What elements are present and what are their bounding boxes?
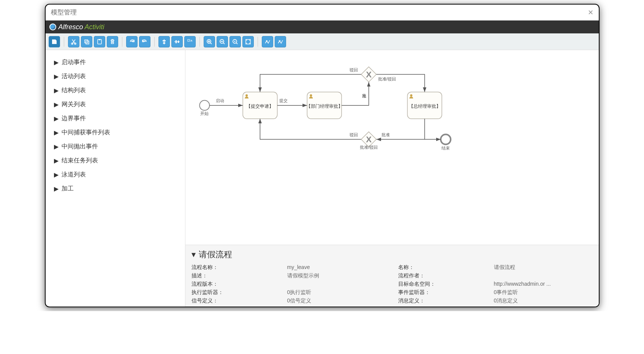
remove-bendpoint-button[interactable] [275, 36, 286, 47]
prop-value[interactable]: 0消息定义 [494, 297, 593, 304]
main-area: ▶启动事件 ▶活动列表 ▶结构列表 ▶网关列表 ▶边界事件 ▶中间捕获事件列表 … [46, 50, 599, 307]
svg-rect-8 [176, 40, 177, 43]
canvas-wrap: 开始 【提交申请】 【部门经理审批】 X 批准/驳回 [185, 50, 599, 307]
palette-group-intermediate-catching[interactable]: ▶中间捕获事件列表 [54, 126, 177, 140]
palette-group-start-events[interactable]: ▶启动事件 [54, 55, 177, 69]
properties-panel: ▾ 请假流程 流程名称： my_leave 名称： 请假流程 描述： 请假模型示… [185, 245, 599, 307]
palette-label: 活动列表 [62, 72, 86, 80]
prop-value[interactable]: my_leave [287, 264, 394, 271]
task-submit-label: 【提交申请】 [246, 104, 274, 109]
chevron-right-icon: ▶ [54, 101, 59, 108]
window-title: 模型管理 [51, 8, 77, 17]
prop-value[interactable] [287, 281, 394, 288]
separator [154, 37, 155, 47]
zoom-actual-button[interactable] [229, 36, 241, 47]
chevron-right-icon: ▶ [54, 87, 59, 94]
prop-value[interactable]: 请假流程 [494, 264, 593, 271]
properties-header[interactable]: ▾ 请假流程 [191, 249, 593, 260]
flow-gw2-reject[interactable] [260, 119, 361, 139]
undo-button[interactable] [139, 36, 150, 47]
redo-button[interactable] [126, 36, 138, 47]
align-horizontal-button[interactable] [171, 36, 183, 47]
prop-label: 描述： [191, 272, 283, 279]
cut-button[interactable] [68, 36, 79, 47]
paste-button[interactable] [94, 36, 105, 47]
palette: ▶启动事件 ▶活动列表 ▶结构列表 ▶网关列表 ▶边界事件 ▶中间捕获事件列表 … [46, 50, 185, 307]
svg-rect-10 [188, 39, 190, 41]
prop-label: 目标命名空间： [398, 281, 489, 288]
chevron-right-icon: ▶ [54, 185, 59, 192]
flow-label-submit: 提交 [279, 98, 287, 103]
chevron-right-icon: ▶ [54, 59, 59, 66]
chevron-right-icon: ▶ [54, 143, 59, 150]
prop-label: 信号定义： [191, 297, 283, 304]
palette-label: 结束任务列表 [62, 157, 98, 165]
app-window: 模型管理 ✕ Alfresco Activiti ▶启动事件 ▶活动列表 [45, 4, 600, 307]
flow-gw1-reject[interactable] [260, 74, 361, 92]
chevron-right-icon: ▶ [54, 73, 59, 80]
chevron-right-icon: ▶ [54, 157, 59, 164]
save-button[interactable] [49, 36, 60, 47]
prop-value[interactable]: 0信号定义 [287, 297, 394, 304]
palette-group-intermediate-throwing[interactable]: ▶中间抛出事件 [54, 140, 177, 154]
prop-value[interactable]: http://wwwzhadmin.or ... [494, 281, 593, 288]
separator [64, 37, 64, 47]
prop-value[interactable] [494, 272, 593, 279]
palette-group-boundary-events[interactable]: ▶边界事件 [54, 112, 177, 126]
svg-rect-2 [85, 40, 88, 43]
start-event[interactable] [199, 101, 209, 110]
separator [199, 37, 200, 47]
end-event[interactable] [440, 134, 450, 144]
palette-group-gateways[interactable]: ▶网关列表 [54, 98, 177, 112]
palette-group-artifacts[interactable]: ▶加工 [54, 182, 177, 196]
flow-label-gw2-reject: 驳回 [350, 132, 358, 137]
svg-rect-5 [99, 39, 100, 40]
prop-value[interactable]: 0执行监听 [287, 289, 394, 296]
palette-group-activities[interactable]: ▶活动列表 [54, 69, 177, 83]
gateway1-label: 批准/驳回 [378, 77, 396, 81]
copy-button[interactable] [81, 36, 92, 47]
prop-label: 事件监听器： [398, 289, 489, 296]
prop-label: 流程作者： [398, 272, 489, 279]
titlebar: 模型管理 ✕ [46, 5, 599, 20]
prop-label: 消息定义： [398, 297, 489, 304]
svg-text:X: X [366, 135, 372, 144]
prop-label: 名称： [398, 264, 489, 271]
align-vertical-button[interactable] [158, 36, 170, 47]
diagram-canvas[interactable]: 开始 【提交申请】 【部门经理审批】 X 批准/驳回 [185, 50, 599, 245]
svg-rect-6 [163, 40, 166, 41]
same-size-button[interactable] [184, 36, 196, 47]
palette-group-structural[interactable]: ▶结构列表 [54, 83, 177, 98]
flow-task2-to-gw1[interactable] [342, 82, 369, 105]
palette-group-end-events[interactable]: ▶结束任务列表 [54, 154, 177, 168]
zoom-out-button[interactable] [217, 36, 228, 47]
zoom-fit-button[interactable] [242, 36, 254, 47]
chevron-right-icon: ▶ [54, 115, 59, 122]
svg-rect-3 [86, 41, 89, 44]
alfresco-logo-icon [49, 24, 56, 30]
svg-point-16 [266, 40, 267, 42]
svg-rect-7 [163, 42, 165, 44]
delete-button[interactable] [107, 36, 118, 47]
palette-group-swimlanes[interactable]: ▶泳道列表 [54, 168, 177, 182]
prop-label: 执行监听器： [191, 289, 283, 296]
gateway-1[interactable]: X [361, 67, 376, 82]
close-icon[interactable]: ✕ [588, 8, 593, 17]
toolbar [46, 33, 599, 50]
svg-rect-9 [178, 41, 179, 43]
prop-value[interactable]: 0事件监听 [494, 289, 593, 296]
svg-point-14 [234, 41, 235, 42]
flow-label-gw1-reject: 驳回 [350, 68, 358, 72]
palette-label: 中间抛出事件 [62, 143, 98, 151]
svg-text:X: X [366, 70, 372, 79]
brand-activiti: Activiti [85, 23, 104, 31]
brand-bar: Alfresco Activiti [46, 20, 599, 33]
prop-label: 流程名称： [191, 264, 283, 271]
task-dept-approve-label: 【部门经理审批】 [306, 104, 342, 109]
prop-label: 流程版本： [191, 281, 283, 288]
separator [122, 37, 122, 47]
palette-label: 中间捕获事件列表 [62, 129, 110, 137]
zoom-in-button[interactable] [204, 36, 215, 47]
prop-value[interactable]: 请假模型示例 [287, 272, 394, 279]
add-bendpoint-button[interactable] [262, 36, 273, 47]
